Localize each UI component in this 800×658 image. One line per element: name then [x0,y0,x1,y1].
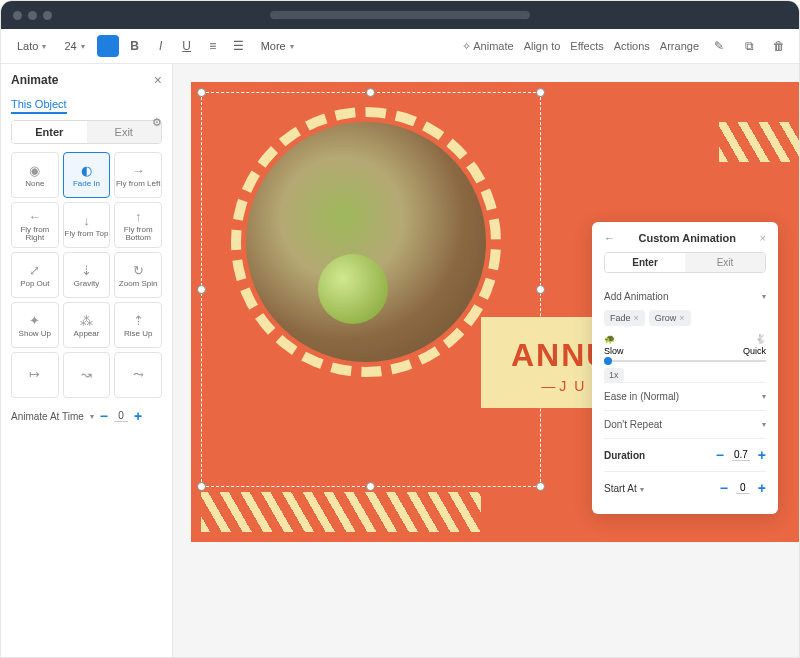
popup-tab-exit[interactable]: Exit [685,253,765,272]
fontsize-select[interactable]: 24▾ [58,38,90,54]
animation-chip[interactable]: Fade× [604,310,645,326]
anim-option[interactable]: ⇣Gravity [63,252,111,298]
more-menu[interactable]: More▾ [255,38,300,54]
turtle-icon: 🐢 [604,334,615,344]
address-bar[interactable] [270,11,530,19]
animation-chip[interactable]: Grow× [649,310,691,326]
resize-handle[interactable] [197,88,206,97]
color-swatch[interactable] [97,35,119,57]
anim-option[interactable]: ⇡Rise Up [114,302,162,348]
tab-enter[interactable]: Enter [12,121,87,143]
duration-label: Duration [604,450,645,461]
chevron-down-icon[interactable]: ▾ [762,392,766,401]
easing-select[interactable]: Ease in (Normal) [604,391,679,402]
anim-option[interactable]: ⤳ [114,352,162,398]
anim-label: Fly from Bottom [115,226,161,242]
anim-icon: ⇣ [81,263,92,278]
anim-option[interactable]: ⤢Pop Out [11,252,59,298]
anim-icon: ↻ [133,263,144,278]
custom-animation-popup: ← Custom Animation × Enter Exit Add Anim… [592,222,778,514]
chevron-down-icon[interactable]: ▾ [90,412,94,421]
anim-label: Show Up [19,330,51,338]
anim-label: None [25,180,44,188]
chevron-down-icon[interactable]: ▾ [640,485,644,494]
rabbit-icon: 🐇 [755,334,766,344]
anim-option[interactable]: →Fly from Left [114,152,162,198]
alignto-button[interactable]: Align to [524,40,561,52]
anim-option[interactable]: ↑Fly from Bottom [114,202,162,248]
font-select[interactable]: Lato▾ [11,38,52,54]
close-icon[interactable]: × [760,232,766,244]
brush-icon[interactable]: ✎ [709,36,729,56]
animate-button[interactable]: ✧ Animate [462,40,514,53]
remove-chip-icon[interactable]: × [634,313,639,323]
startat-value[interactable]: 0 [736,482,750,494]
tab-exit[interactable]: Exit [87,121,162,143]
italic-button[interactable]: I [151,36,171,56]
back-icon[interactable]: ← [604,232,615,244]
remove-chip-icon[interactable]: × [679,313,684,323]
anim-icon: ⁂ [80,313,93,328]
sidebar-title: Animate [11,73,58,87]
popup-tab-enter[interactable]: Enter [605,253,685,272]
arrange-button[interactable]: Arrange [660,40,699,52]
close-icon[interactable]: × [154,72,162,88]
anim-label: Appear [74,330,100,338]
stripe-decoration [201,492,481,532]
resize-handle[interactable] [536,285,545,294]
resize-handle[interactable] [366,88,375,97]
copy-icon[interactable]: ⧉ [739,36,759,56]
add-animation-label[interactable]: Add Animation [604,291,669,302]
repeat-select[interactable]: Don't Repeat [604,419,662,430]
underline-button[interactable]: U [177,36,197,56]
chevron-down-icon[interactable]: ▾ [762,292,766,301]
anim-label: Fly from Right [12,226,58,242]
list-button[interactable]: ☰ [229,36,249,56]
resize-handle[interactable] [536,482,545,491]
resize-handle[interactable] [197,285,206,294]
anim-option[interactable]: ◉None [11,152,59,198]
chevron-down-icon: ▾ [81,42,85,51]
increment-button[interactable]: + [758,447,766,463]
speed-slider[interactable] [604,360,766,362]
decrement-button[interactable]: − [100,408,108,424]
chevron-down-icon: ▾ [290,42,294,51]
slow-label: Slow [604,346,624,356]
bold-button[interactable]: B [125,36,145,56]
anim-icon: ← [28,209,41,224]
anim-option[interactable]: ←Fly from Right [11,202,59,248]
anim-icon: ✦ [29,313,40,328]
align-button[interactable]: ≡ [203,36,223,56]
increment-button[interactable]: + [758,480,766,496]
anim-option[interactable]: ⁂Appear [63,302,111,348]
time-value[interactable]: 0 [114,410,128,422]
anim-option[interactable]: ↦ [11,352,59,398]
anim-label: Gravity [74,280,99,288]
chevron-down-icon: ▾ [42,42,46,51]
increment-button[interactable]: + [134,408,142,424]
decrement-button[interactable]: − [720,480,728,496]
duration-value[interactable]: 0.7 [732,449,750,461]
anim-label: Fly from Top [65,230,109,238]
chevron-down-icon[interactable]: ▾ [762,420,766,429]
gear-icon[interactable]: ⚙ [152,116,162,129]
tab-this-object[interactable]: This Object [11,98,67,114]
anim-option[interactable]: ↓Fly from Top [63,202,111,248]
anim-option[interactable]: ◐Fade In [63,152,111,198]
anim-option[interactable]: ↝ [63,352,111,398]
anim-option[interactable]: ✦Show Up [11,302,59,348]
slider-thumb[interactable] [604,357,612,365]
resize-handle[interactable] [197,482,206,491]
window-controls[interactable] [13,11,52,20]
trash-icon[interactable]: 🗑 [769,36,789,56]
food-photo[interactable] [246,122,486,362]
resize-handle[interactable] [366,482,375,491]
effects-button[interactable]: Effects [570,40,603,52]
anim-icon: → [132,163,145,178]
resize-handle[interactable] [536,88,545,97]
decrement-button[interactable]: − [716,447,724,463]
anim-icon: ⇡ [133,313,144,328]
anim-option[interactable]: ↻Zoom Spin [114,252,162,298]
anim-icon: ↝ [81,367,92,382]
actions-button[interactable]: Actions [614,40,650,52]
